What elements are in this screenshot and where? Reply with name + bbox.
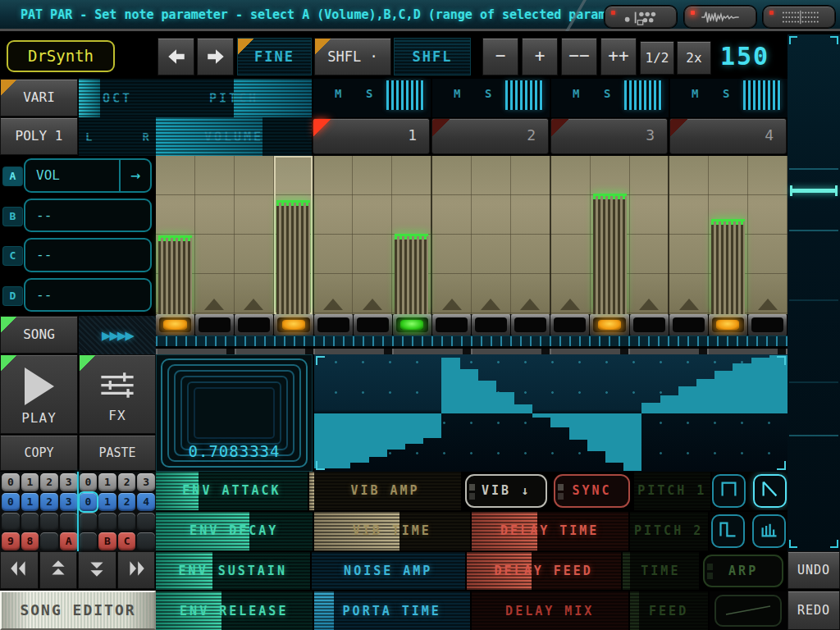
keypad-key[interactable]: 1 [98,493,116,511]
waveform-view-button[interactable] [684,6,756,28]
poly-button[interactable]: POLY 1 [0,117,78,155]
param-noise-amp[interactable]: NOISE AMP [312,552,466,591]
param-sync[interactable]: SYNC [554,474,630,508]
step-button[interactable] [274,314,313,336]
step-button[interactable] [235,314,274,336]
param-delay-mix[interactable]: DELAY MIX [472,591,628,630]
vari-button[interactable]: VARI [0,79,78,116]
note-param-key[interactable]: A [3,167,22,185]
note-param-key[interactable]: B [3,208,22,226]
volume-slider[interactable]: VOLUME [156,117,312,156]
step-button[interactable] [195,314,235,336]
pattern-column[interactable] [353,156,392,314]
keypad-key[interactable]: 0 [80,493,98,511]
param-time[interactable]: TIME [623,552,700,591]
param-env-attack[interactable]: ENV ATTACK [156,472,308,510]
page-down-button[interactable] [78,551,116,589]
pattern-column[interactable] [511,156,551,314]
pattern-column[interactable] [551,156,591,314]
decrement-button[interactable]: − [482,38,518,75]
param-porta-time[interactable]: PORTA TIME [314,591,471,630]
mute-button[interactable]: M [692,87,698,100]
keypad-key[interactable]: C [118,532,136,550]
half-tempo-button[interactable]: 1/2 [640,41,674,75]
param-env-release[interactable]: ENV RELEASE [156,591,313,630]
prev-button[interactable] [158,38,194,75]
note-param-key[interactable]: D [3,287,22,305]
step-button[interactable] [709,314,748,336]
pattern-column[interactable] [472,156,511,314]
pattern-column[interactable] [591,156,630,314]
keypad-key[interactable]: 0 [80,473,98,491]
value-xy-pad[interactable]: 0.7083334 [156,354,313,472]
step-button[interactable] [472,314,511,336]
pattern-column[interactable] [392,156,432,314]
pattern-column[interactable] [274,156,314,314]
keypad-key[interactable] [137,513,155,531]
note-param-field[interactable]: -- [24,238,152,272]
pattern-column[interactable] [748,156,788,314]
patch-name-button[interactable]: DrSynth [7,40,115,72]
bars-wave-button[interactable] [752,514,786,548]
step-button[interactable] [393,314,432,336]
pattern-column[interactable] [156,156,195,314]
step-button[interactable] [669,314,709,336]
param-env-sustain[interactable]: ENV SUSTAIN [156,552,310,591]
keypad-key[interactable] [80,532,98,550]
keypad-key[interactable]: 2 [118,473,136,491]
square-wave-button[interactable] [712,474,746,508]
keypad-key[interactable]: 0 [2,493,20,511]
mute-button[interactable]: M [335,87,341,100]
next-button[interactable] [197,38,234,75]
pattern-column[interactable] [432,156,472,314]
pattern-column[interactable] [314,156,354,314]
step-button[interactable] [511,314,550,336]
keypad-key[interactable]: 3 [60,473,78,491]
solo-button[interactable]: S [723,87,729,100]
decrement-coarse-button[interactable]: −− [561,38,597,75]
keypad-key[interactable] [40,513,58,531]
shuffle-menu-button[interactable]: SHFL · [314,38,391,75]
keypad-key[interactable] [80,513,98,531]
note-param-key[interactable]: C [3,247,22,265]
keypad-key[interactable] [98,513,116,531]
undo-button[interactable]: UNDO [788,551,840,589]
track-button[interactable]: 4 [669,118,787,154]
mute-button[interactable]: M [454,87,460,100]
solo-button[interactable]: S [366,87,372,100]
keypad-key[interactable] [2,513,20,531]
arp-curve-button[interactable] [710,591,788,630]
note-param-field[interactable]: -- [24,199,152,233]
assign-arrow-button[interactable]: → [119,160,150,191]
param-vib-amp[interactable]: VIB AMP [309,472,461,510]
track-button[interactable]: 2 [431,118,549,154]
wave-shape-buttons[interactable] [712,472,788,510]
step-button[interactable] [630,314,669,336]
step-button[interactable] [590,314,629,336]
param-vib-time[interactable]: VIB TIME [314,512,471,550]
solo-button[interactable]: S [604,87,610,100]
keypad-key[interactable]: 1 [21,473,39,491]
increment-button[interactable]: + [522,38,558,75]
keypad-key[interactable]: 2 [118,493,136,511]
pitch-slider[interactable]: PITCH [156,79,312,117]
step-button[interactable] [354,314,393,336]
pattern-column[interactable] [669,156,709,314]
keypad-key[interactable]: 4 [137,493,155,511]
copy-button[interactable]: COPY [0,435,78,471]
step-button[interactable] [550,314,590,336]
param-arp[interactable]: ARP [703,555,783,588]
step-button[interactable] [314,314,354,336]
keypad-key[interactable]: 1 [21,493,39,511]
pattern-view-button[interactable] [763,6,835,28]
page-up-button[interactable] [39,551,78,589]
step-button[interactable] [432,314,472,336]
song-mode-button[interactable]: SONG [0,316,78,354]
keypad-key[interactable] [118,513,136,531]
pulse-wave-button[interactable] [711,514,745,548]
scroll-handle[interactable] [790,189,838,193]
increment-coarse-button[interactable]: ++ [600,38,637,75]
song-editor-button[interactable]: SONG EDITOR [0,591,156,630]
keypad-key[interactable] [21,513,39,531]
solo-button[interactable]: S [485,87,491,100]
